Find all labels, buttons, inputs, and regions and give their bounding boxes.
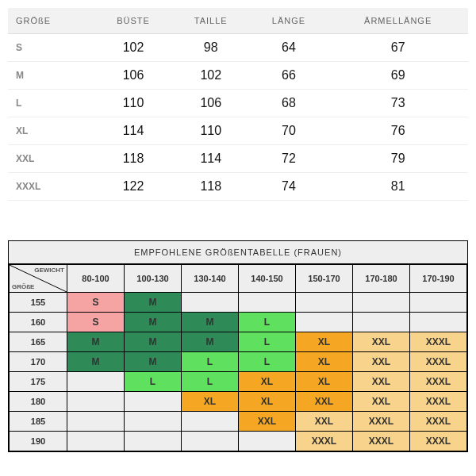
size-cell: L (182, 352, 239, 372)
size-cell (296, 293, 353, 313)
size-cell: XL (182, 392, 239, 412)
size-cell: M (125, 313, 182, 332)
table-row: XXXL1221187481 (8, 173, 468, 201)
size-cell (125, 392, 182, 412)
weight-range-header: 140-150 (239, 265, 296, 293)
recommended-size-table: GEWICHT GRÖßE 80-100100-130130-140140-15… (9, 264, 467, 451)
size-label-cell: M (8, 62, 94, 90)
table-row: 185XXLXXLXXXLXXXL (10, 412, 467, 432)
size-cell: XL (296, 332, 353, 352)
size-cell (67, 432, 125, 451)
table-row: S102986467 (8, 34, 468, 62)
size-cell (67, 412, 125, 432)
size-cell: XXXL (353, 412, 410, 432)
size-cell: L (239, 332, 296, 352)
size-label-cell: XXXL (8, 173, 94, 201)
size-cell: XXL (353, 372, 410, 392)
size-cell: XXL (353, 392, 410, 412)
size-cell (410, 293, 467, 313)
size-cell: L (239, 313, 296, 332)
measurements-header: LÄNGE (250, 8, 328, 34)
size-cell: M (125, 293, 182, 313)
measurement-cell: 73 (328, 90, 468, 117)
table-row: M1061026669 (8, 62, 468, 90)
size-cell (410, 313, 467, 332)
size-cell: XXXL (410, 332, 467, 352)
measurement-cell: 79 (328, 145, 468, 173)
size-cell (239, 293, 296, 313)
height-header: 190 (10, 432, 67, 451)
size-cell (125, 432, 182, 451)
size-label-cell: XXL (8, 145, 94, 173)
size-cell: XXXL (410, 432, 467, 451)
measurement-cell: 81 (328, 173, 468, 201)
size-cell (353, 313, 410, 332)
size-cell: XXXL (410, 392, 467, 412)
weight-range-header: 80-100 (67, 265, 125, 293)
table-row: 180XLXLXXLXXLXXXL (10, 392, 467, 412)
size-cell: XXL (296, 412, 353, 432)
corner-weight-label: GEWICHT (34, 267, 64, 274)
size-cell: XL (239, 392, 296, 412)
measurement-cell: 68 (250, 90, 328, 117)
weight-range-header: 170-180 (353, 265, 410, 293)
measurement-cell: 76 (328, 117, 468, 145)
size-cell: XXL (353, 332, 410, 352)
measurements-header: ÄRMELLÄNGE (328, 8, 468, 34)
size-cell (182, 432, 239, 451)
measurement-cell: 70 (250, 117, 328, 145)
size-cell: M (67, 332, 125, 352)
height-header: 160 (10, 313, 67, 332)
corner-size-label: GRÖßE (12, 283, 34, 290)
size-cell (296, 313, 353, 332)
measurements-header: BÜSTE (94, 8, 172, 34)
recommended-size-table-wrap: EMPFOHLENE GRÖßENTABELLE (FRAUEN) GEWICH… (8, 240, 468, 452)
measurement-cell: 102 (172, 62, 250, 90)
height-header: 165 (10, 332, 67, 352)
size-cell: XXXL (410, 352, 467, 372)
size-cell: XXXL (410, 412, 467, 432)
measurement-cell: 102 (94, 34, 172, 62)
measurement-cell: 118 (172, 173, 250, 201)
size-cell: XL (239, 372, 296, 392)
table-row: XXL1181147279 (8, 145, 468, 173)
table-row: 190XXXLXXXLXXXL (10, 432, 467, 451)
height-header: 185 (10, 412, 67, 432)
size-cell (67, 392, 125, 412)
table-row: 175LLXLXLXXLXXXL (10, 372, 467, 392)
height-header: 170 (10, 352, 67, 372)
measurement-cell: 98 (172, 34, 250, 62)
size-cell: M (125, 352, 182, 372)
size-cell (67, 372, 125, 392)
measurement-cell: 74 (250, 173, 328, 201)
height-header: 175 (10, 372, 67, 392)
size-cell (239, 432, 296, 451)
weight-range-header: 150-170 (296, 265, 353, 293)
table-row: 170MMLLXLXXLXXXL (10, 352, 467, 372)
measurement-cell: 64 (250, 34, 328, 62)
size-cell: M (125, 332, 182, 352)
measurement-cell: 106 (94, 62, 172, 90)
size-cell: XXXL (296, 432, 353, 451)
measurements-header: GRÖßE (8, 8, 94, 34)
size-cell: XXL (239, 412, 296, 432)
size-cell: M (182, 313, 239, 332)
recommended-size-title: EMPFOHLENE GRÖßENTABELLE (FRAUEN) (9, 241, 467, 264)
size-cell: XL (296, 372, 353, 392)
weight-range-header: 100-130 (125, 265, 182, 293)
size-cell (125, 412, 182, 432)
table-row: 160SMML (10, 313, 467, 332)
height-header: 180 (10, 392, 67, 412)
size-label-cell: XL (8, 117, 94, 145)
size-label-cell: L (8, 90, 94, 117)
size-cell: XXL (296, 392, 353, 412)
measurement-cell: 114 (172, 145, 250, 173)
size-cell (182, 293, 239, 313)
size-cell: XXXL (353, 432, 410, 451)
size-cell (182, 412, 239, 432)
size-cell: S (67, 313, 125, 332)
size-cell: L (125, 372, 182, 392)
size-cell: XXXL (410, 372, 467, 392)
table-row: XL1141107076 (8, 117, 468, 145)
table-row: 165MMMLXLXXLXXXL (10, 332, 467, 352)
